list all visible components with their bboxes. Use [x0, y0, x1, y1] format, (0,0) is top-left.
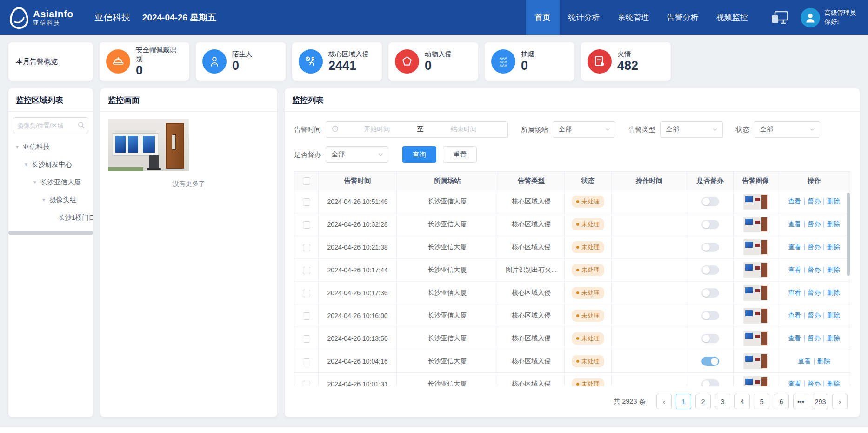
action-delete-link[interactable]: 删除	[817, 357, 830, 365]
page-button-293[interactable]: 293	[813, 394, 828, 409]
stat-value: 0	[521, 59, 534, 73]
reset-button[interactable]: 重置	[443, 146, 477, 163]
page-button-1[interactable]: 1	[676, 394, 691, 409]
action-supervise-link[interactable]: 督办	[808, 243, 821, 250]
action-view-link[interactable]: 查看	[788, 289, 801, 296]
action-supervise-link[interactable]: 督办	[808, 266, 821, 273]
start-time-placeholder[interactable]: 开始时间	[339, 125, 415, 134]
nav-item-0[interactable]: 首页	[526, 0, 560, 35]
range-separator: 至	[415, 125, 426, 134]
action-supervise-link[interactable]: 督办	[808, 220, 821, 228]
search-icon[interactable]	[78, 122, 85, 130]
supervise-toggle[interactable]	[701, 265, 719, 275]
action-delete-link[interactable]: 删除	[827, 311, 840, 319]
supervise-toggle[interactable]	[701, 197, 719, 206]
end-time-placeholder[interactable]: 结束时间	[426, 125, 502, 134]
action-supervise-link[interactable]: 督办	[808, 311, 821, 319]
alarm-image-thumbnail[interactable]	[743, 331, 768, 346]
user-menu[interactable]: 高级管理员 你好!	[801, 0, 856, 35]
page-button-6[interactable]: 6	[774, 394, 789, 409]
tree-node[interactable]: ▼摄像头组	[13, 191, 88, 209]
alarm-time-range-input[interactable]: 开始时间 至 结束时间	[326, 121, 508, 138]
action-view-link[interactable]: 查看	[788, 220, 801, 228]
alarm-image-thumbnail[interactable]	[743, 239, 768, 255]
alarm-image-thumbnail[interactable]	[743, 194, 768, 210]
page-button-5[interactable]: 5	[754, 394, 769, 409]
action-view-link[interactable]: 查看	[788, 197, 801, 205]
select-all-checkbox[interactable]	[303, 177, 310, 185]
nav-item-2[interactable]: 系统管理	[609, 0, 658, 35]
prev-page-button[interactable]: ‹	[656, 394, 672, 409]
row-checkbox[interactable]	[303, 198, 310, 206]
status-select[interactable]: 全部	[754, 121, 820, 138]
supervise-toggle[interactable]	[701, 220, 719, 229]
tree-node[interactable]: ▼长沙1楼门口	[13, 209, 88, 226]
action-delete-link[interactable]: 删除	[827, 289, 840, 296]
horizontal-scrollbar[interactable]	[8, 231, 93, 235]
camera-search-input[interactable]	[13, 117, 88, 133]
supervise-toggle[interactable]	[701, 311, 719, 320]
supervise-toggle[interactable]	[701, 288, 719, 298]
caret-down-icon[interactable]: ▼	[41, 197, 46, 203]
operation-time-cell	[612, 304, 687, 327]
alarm-type-select[interactable]: 全部	[660, 121, 723, 138]
action-delete-link[interactable]: 删除	[827, 197, 840, 205]
supervise-toggle[interactable]	[701, 379, 719, 386]
status-badge: 未处理	[572, 310, 604, 322]
alarm-time-cell: 2024-04-26 10:13:56	[319, 327, 397, 350]
caret-down-icon[interactable]: ▼	[15, 144, 20, 149]
search-button[interactable]: 查询	[402, 146, 436, 163]
caret-down-icon[interactable]: ▼	[33, 180, 37, 185]
action-delete-link[interactable]: 删除	[827, 243, 840, 250]
action-view-link[interactable]: 查看	[798, 357, 811, 365]
alarm-image-thumbnail[interactable]	[743, 216, 768, 232]
page-button-4[interactable]: 4	[734, 394, 750, 409]
station-select[interactable]: 全部	[553, 121, 615, 138]
alarm-image-thumbnail[interactable]	[743, 308, 768, 324]
action-supervise-link[interactable]: 督办	[808, 197, 821, 205]
supervise-toggle[interactable]	[701, 243, 719, 252]
nav-item-4[interactable]: 视频监控	[708, 0, 757, 35]
tree-node[interactable]: ▼长沙研发中心	[13, 156, 88, 173]
action-view-link[interactable]: 查看	[788, 334, 801, 342]
tree-node[interactable]: ▼长沙亚信大厦	[13, 173, 88, 191]
row-checkbox[interactable]	[303, 358, 310, 365]
nav-item-3[interactable]: 告警分析	[658, 0, 708, 35]
row-checkbox[interactable]	[303, 312, 310, 320]
action-view-link[interactable]: 查看	[788, 243, 801, 250]
alarm-image-thumbnail[interactable]	[743, 262, 768, 278]
action-delete-link[interactable]: 删除	[827, 334, 840, 342]
tree-node[interactable]: ▼亚信科技	[13, 138, 88, 156]
action-view-link[interactable]: 查看	[788, 266, 801, 273]
camera-snapshot[interactable]	[108, 119, 189, 171]
row-checkbox[interactable]	[303, 221, 310, 229]
action-view-link[interactable]: 查看	[788, 380, 801, 386]
vertical-scrollbar[interactable]	[847, 193, 850, 276]
user-avatar-icon[interactable]	[801, 8, 820, 27]
alarm-image-thumbnail[interactable]	[743, 376, 768, 386]
action-supervise-link[interactable]: 督办	[808, 334, 821, 342]
next-page-button[interactable]: ›	[832, 394, 848, 409]
alarm-image-thumbnail[interactable]	[743, 285, 768, 301]
page-button-2[interactable]: 2	[695, 394, 711, 409]
supervise-toggle[interactable]	[701, 334, 719, 343]
caret-down-icon[interactable]: ▼	[24, 162, 28, 167]
more-pages-button[interactable]: •••	[793, 394, 808, 409]
row-checkbox[interactable]	[303, 335, 310, 343]
row-checkbox[interactable]	[303, 244, 310, 251]
row-checkbox[interactable]	[303, 290, 310, 297]
action-supervise-link[interactable]: 督办	[808, 380, 821, 386]
row-checkbox[interactable]	[303, 381, 310, 386]
row-checkbox[interactable]	[303, 267, 310, 274]
page-button-3[interactable]: 3	[715, 394, 730, 409]
multi-screen-icon[interactable]	[771, 0, 788, 35]
action-delete-link[interactable]: 删除	[827, 266, 840, 273]
action-delete-link[interactable]: 删除	[827, 220, 840, 228]
action-delete-link[interactable]: 删除	[827, 380, 840, 386]
supervise-toggle[interactable]	[701, 357, 719, 366]
action-supervise-link[interactable]: 督办	[808, 289, 821, 296]
action-view-link[interactable]: 查看	[788, 311, 801, 319]
nav-item-1[interactable]: 统计分析	[560, 0, 609, 35]
alarm-image-thumbnail[interactable]	[743, 353, 768, 369]
supervise-select[interactable]: 全部	[326, 146, 388, 163]
